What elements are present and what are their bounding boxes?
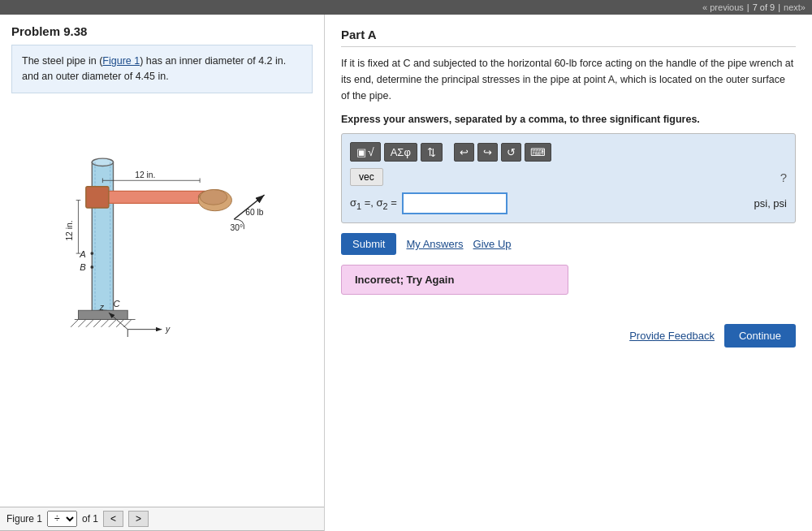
submit-row: Submit My Answers Give Up: [341, 233, 796, 255]
svg-point-10: [200, 189, 227, 205]
alpha-sigma-phi-icon: ΑΣφ: [391, 146, 411, 158]
formula-button[interactable]: ▣ √: [350, 142, 381, 162]
input-row: σ1 =, σ2 = psi, psi: [350, 192, 787, 214]
svg-text:A: A: [79, 248, 85, 258]
part-body: If it is fixed at C and subjected to the…: [341, 55, 796, 104]
svg-text:B: B: [80, 261, 86, 271]
redo-icon: ↪: [483, 146, 492, 158]
of-label: of 1: [82, 513, 98, 525]
svg-text:12 in.: 12 in.: [65, 220, 74, 240]
vec-row: vec ?: [350, 168, 787, 186]
next-link[interactable]: next»: [784, 2, 806, 12]
express-instruction: Express your answers, separated by a com…: [341, 114, 796, 125]
figure-label: Figure 1: [6, 513, 42, 525]
keyboard-icon: ⌨: [530, 146, 546, 158]
help-button[interactable]: ?: [780, 171, 787, 184]
refresh-button[interactable]: ↺: [501, 143, 521, 162]
figure-navigation: Figure 1 ÷ of 1 < >: [0, 507, 324, 531]
toolbar: ▣ √ ΑΣφ ⇅ ↩ ↪ ↺: [350, 142, 787, 162]
svg-rect-0: [10, 101, 298, 337]
previous-link[interactable]: « previous: [702, 2, 744, 12]
svg-text:60 lb: 60 lb: [245, 208, 264, 217]
svg-text:12 in.: 12 in.: [135, 171, 155, 179]
figure-prev-button[interactable]: <: [103, 511, 123, 527]
figure-select[interactable]: ÷: [47, 511, 77, 527]
keyboard-button[interactable]: ⌨: [525, 143, 551, 162]
right-panel: Part A If it is fixed at C and subjected…: [325, 15, 812, 531]
figure-next-button[interactable]: >: [128, 511, 149, 527]
svg-point-27: [90, 266, 93, 269]
unit-label: psi, psi: [754, 197, 787, 209]
svg-text:z: z: [99, 303, 105, 312]
my-answers-button[interactable]: My Answers: [406, 238, 463, 250]
sqrt-icon: √: [368, 145, 374, 158]
bottom-row: Provide Feedback Continue: [341, 324, 796, 348]
sigma-prefix-label: σ1 =, σ2 =: [350, 196, 397, 211]
continue-button[interactable]: Continue: [724, 324, 796, 348]
submit-button[interactable]: Submit: [341, 233, 396, 255]
answer-box: ▣ √ ΑΣφ ⇅ ↩ ↪ ↺: [341, 133, 796, 223]
vec-button[interactable]: vec: [350, 168, 383, 186]
svg-text:C: C: [113, 298, 120, 308]
incorrect-banner: Incorrect; Try Again: [341, 265, 568, 295]
refresh-icon: ↺: [507, 146, 516, 158]
arrows-icon: ⇅: [427, 146, 436, 158]
problem-description: The steel pipe in (Figure 1) has an inne…: [11, 45, 313, 93]
undo-icon: ↩: [460, 146, 469, 158]
svg-rect-7: [86, 186, 109, 207]
redo-button[interactable]: ↪: [477, 143, 498, 162]
undo-button[interactable]: ↩: [454, 143, 474, 162]
figure-area: 12 in. 60 lb 30°: [0, 101, 324, 507]
svg-text:y: y: [165, 325, 171, 334]
figure-link[interactable]: Figure 1: [102, 55, 140, 67]
svg-point-26: [90, 252, 93, 255]
svg-rect-6: [102, 191, 209, 203]
answer-input[interactable]: [402, 192, 508, 214]
arrows-button[interactable]: ⇅: [421, 143, 443, 162]
problem-title: Problem 9.38: [0, 15, 324, 45]
page-separator2: |: [778, 2, 780, 12]
give-up-button[interactable]: Give Up: [473, 238, 512, 250]
provide-feedback-button[interactable]: Provide Feedback: [629, 330, 715, 342]
page-info: 7 of 9: [753, 2, 775, 12]
alpha-sigma-phi-button[interactable]: ΑΣφ: [384, 143, 417, 162]
top-navigation: « previous | 7 of 9 | next»: [0, 0, 812, 15]
part-title: Part A: [341, 28, 796, 47]
page-separator: |: [747, 2, 749, 12]
formula-icon: ▣: [356, 146, 366, 158]
svg-text:30°: 30°: [231, 223, 244, 232]
